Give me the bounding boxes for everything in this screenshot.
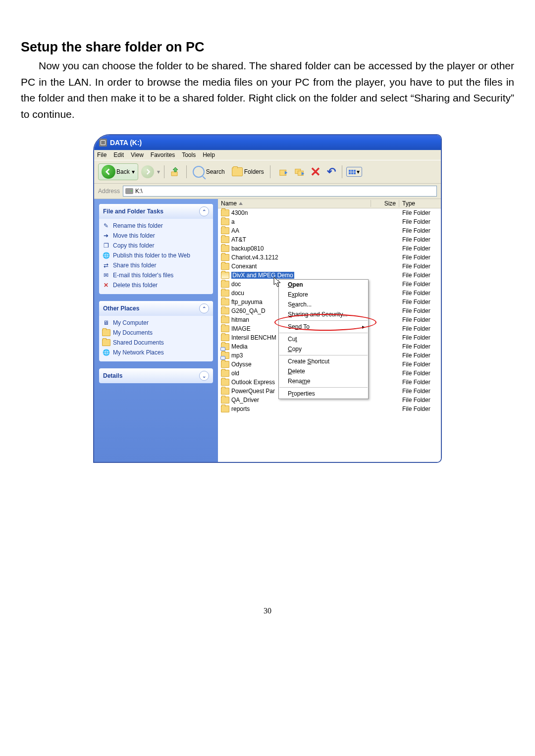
move-to-button[interactable] <box>277 165 290 178</box>
folder-name: doc <box>231 281 241 288</box>
back-button[interactable]: Back ▾ <box>98 163 138 180</box>
place-shared-documents[interactable]: Shared Documents <box>102 339 210 347</box>
menu-file[interactable]: File <box>97 151 107 158</box>
folder-name: mp3 <box>231 352 243 359</box>
folder-type: File Folder <box>399 405 441 412</box>
folder-row[interactable]: AT&TFile Folder <box>218 235 441 244</box>
window-titlebar: DATA (K:) <box>94 135 441 150</box>
ctx-open[interactable]: Open <box>279 280 368 290</box>
folders-label: Folders <box>244 168 264 175</box>
col-name[interactable]: Name <box>218 200 371 207</box>
folder-type: File Folder <box>399 254 441 261</box>
delete-button[interactable]: ✕ <box>309 165 322 178</box>
folder-type: File Folder <box>399 263 441 270</box>
address-input[interactable]: K:\ <box>123 186 437 197</box>
menu-view[interactable]: View <box>131 151 144 158</box>
place-my-computer[interactable]: 🖥My Computer <box>102 319 210 327</box>
folder-type: File Folder <box>399 388 441 395</box>
folder-row[interactable]: reportsFile Folder <box>218 404 441 413</box>
back-dropdown-icon[interactable]: ▾ <box>132 168 135 175</box>
up-button[interactable] <box>168 165 182 179</box>
ctx-explore[interactable]: Explore <box>279 290 368 300</box>
publish-icon: 🌐 <box>102 252 110 259</box>
task-publish[interactable]: 🌐Publish this folder to the Web <box>102 252 210 259</box>
task-delete[interactable]: ✕Delete this folder <box>102 281 210 289</box>
folder-icon <box>221 218 229 225</box>
folder-type: File Folder <box>399 361 441 368</box>
task-share[interactable]: ⇄Share this folder <box>102 261 210 269</box>
folder-icon <box>221 361 229 368</box>
place-network[interactable]: 🌐My Network Places <box>102 349 210 356</box>
folder-name: IMAGE <box>231 325 251 332</box>
undo-button[interactable]: ↶ <box>325 165 338 178</box>
menu-bar: File Edit View Favorites Tools Help <box>94 150 441 160</box>
folder-icon <box>221 263 229 270</box>
back-label: Back <box>116 168 130 175</box>
folder-row[interactable]: aFile Folder <box>218 217 441 226</box>
tasks-header[interactable]: File and Folder Tasks ⌃ <box>99 204 213 219</box>
col-size[interactable]: Size <box>371 200 399 207</box>
search-icon <box>193 166 205 178</box>
ctx-properties[interactable]: Properties <box>279 389 368 399</box>
folder-row[interactable]: DivX and MPEG DemoFile Folder <box>218 271 441 280</box>
folders-button[interactable]: Folders <box>230 166 266 177</box>
forward-button[interactable] <box>141 165 154 178</box>
ctx-rename[interactable]: Rename <box>279 376 368 386</box>
folder-row[interactable]: AAFile Folder <box>218 226 441 235</box>
ctx-sendto[interactable]: Send To▸ <box>279 322 368 332</box>
address-bar: Address K:\ <box>94 184 441 199</box>
folder-row[interactable]: Chariot.v4.3.1212File Folder <box>218 253 441 262</box>
folder-icon <box>221 290 229 297</box>
folder-row[interactable]: ConexantFile Folder <box>218 262 441 271</box>
folder-type: File Folder <box>399 227 441 234</box>
menu-tools[interactable]: Tools <box>182 151 196 158</box>
ctx-shortcut[interactable]: Create Shortcut <box>279 356 368 366</box>
folder-icon <box>221 379 229 386</box>
ctx-sharing[interactable]: Sharing and Security... <box>279 309 368 319</box>
collapse-icon[interactable]: ⌃ <box>199 206 209 216</box>
places-header[interactable]: Other Places ⌃ <box>99 301 213 316</box>
delete-icon: ✕ <box>102 281 110 289</box>
folder-name: reports <box>231 405 250 412</box>
folder-type: File Folder <box>399 343 441 350</box>
folder-icon <box>221 343 229 350</box>
views-button[interactable]: ▾ <box>346 167 362 177</box>
ctx-search[interactable]: Search... <box>279 300 368 309</box>
menu-favorites[interactable]: Favorites <box>151 151 175 158</box>
folder-type: File Folder <box>399 290 441 297</box>
window-title: DATA (K:) <box>110 139 142 147</box>
folder-icon <box>221 397 229 403</box>
forward-dropdown-icon[interactable]: ▾ <box>157 168 160 175</box>
folder-row[interactable]: backup0810File Folder <box>218 244 441 253</box>
folder-icon <box>221 272 229 279</box>
collapse-icon[interactable]: ⌃ <box>199 303 209 313</box>
task-move[interactable]: ➔Move this folder <box>102 232 210 240</box>
folder-name: AA <box>231 227 239 234</box>
ctx-copy[interactable]: Copy <box>279 344 368 354</box>
drive-icon <box>125 188 133 194</box>
folder-icon <box>221 316 229 323</box>
copy-to-button[interactable] <box>293 165 306 178</box>
task-email[interactable]: ✉E-mail this folder's files <box>102 271 210 279</box>
views-dropdown-icon[interactable]: ▾ <box>357 168 360 175</box>
undo-icon: ↶ <box>327 165 336 178</box>
folder-row[interactable]: 4300nFile Folder <box>218 208 441 217</box>
file-list-pane: Name Size Type 4300nFile FolderaFile Fol… <box>218 199 441 462</box>
menu-help[interactable]: Help <box>203 151 215 158</box>
search-button[interactable]: Search <box>191 165 227 179</box>
col-type[interactable]: Type <box>399 200 441 207</box>
ctx-separator <box>279 387 368 388</box>
task-rename[interactable]: ✎Rename this folder <box>102 222 210 230</box>
folder-type: File Folder <box>399 370 441 377</box>
separator <box>342 165 342 178</box>
menu-edit[interactable]: Edit <box>113 151 124 158</box>
folder-icon <box>221 209 229 216</box>
search-label: Search <box>206 168 225 175</box>
folder-icon <box>221 388 229 395</box>
place-my-documents[interactable]: My Documents <box>102 329 210 337</box>
task-copy[interactable]: ❐Copy this folder <box>102 242 210 250</box>
details-header[interactable]: Details ⌄ <box>99 368 213 383</box>
ctx-delete[interactable]: Delete <box>279 366 368 376</box>
ctx-cut[interactable]: Cut <box>279 334 368 344</box>
expand-icon[interactable]: ⌄ <box>199 371 209 381</box>
